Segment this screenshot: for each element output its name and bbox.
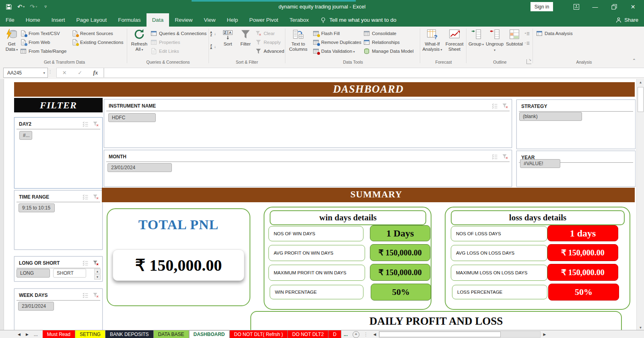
consolidate-button[interactable]: Consolidate bbox=[363, 29, 396, 37]
sheet-nav-left-icon[interactable]: ◀ bbox=[18, 332, 21, 336]
slicer-day2[interactable]: DAY2 #... bbox=[14, 117, 103, 189]
scroll-up-icon[interactable]: ▲ bbox=[637, 79, 644, 86]
text-to-columns-button[interactable]: Text to Columns bbox=[287, 28, 309, 52]
name-box-dropdown-icon[interactable]: ▾ bbox=[43, 71, 47, 75]
group-button[interactable]: Group bbox=[468, 28, 484, 47]
forecast-sheet-button[interactable]: Forecast Sheet bbox=[444, 28, 465, 52]
ungroup-button[interactable]: Ungroup bbox=[485, 28, 504, 53]
multi-select-icon[interactable] bbox=[82, 121, 88, 127]
slicer-item[interactable]: 23/01/2024 bbox=[107, 163, 172, 172]
show-detail-icon[interactable]: ⁺☰ bbox=[524, 30, 530, 38]
slicer-year[interactable]: YEAR #VALUE! bbox=[516, 151, 636, 187]
remove-duplicates-button[interactable]: Remove Duplicates bbox=[313, 38, 361, 46]
scroll-right-icon[interactable]: ▶ bbox=[541, 332, 548, 338]
advanced-filter-button[interactable]: Advanced bbox=[255, 47, 284, 55]
tab-power-pivot[interactable]: Power Pivot bbox=[244, 13, 284, 27]
get-data-button[interactable]: Get Data bbox=[2, 28, 21, 52]
multi-select-icon[interactable] bbox=[82, 260, 88, 266]
insert-function-icon[interactable]: fx bbox=[93, 70, 98, 76]
sheet-tab-dashboard[interactable]: DASHBOARD bbox=[189, 330, 230, 338]
clear-filter-icon[interactable] bbox=[502, 153, 508, 160]
from-text-csv-button[interactable]: From Text/CSV bbox=[20, 29, 60, 37]
formula-input[interactable] bbox=[104, 68, 644, 78]
tell-me-box[interactable]: Tell me what you want to do bbox=[314, 13, 402, 27]
existing-connections-button[interactable]: Existing Connections bbox=[72, 38, 123, 46]
slicer-month[interactable]: MONTH 23/01/2024 bbox=[104, 150, 512, 187]
manage-data-model-button[interactable]: Manage Data Model bbox=[363, 47, 414, 55]
horizontal-scroll-thumb[interactable] bbox=[379, 332, 501, 337]
tab-page-layout[interactable]: Page Layout bbox=[71, 13, 113, 27]
recent-sources-button[interactable]: Recent Sources bbox=[72, 29, 113, 37]
tab-data[interactable]: Data bbox=[147, 13, 169, 27]
multi-select-icon[interactable] bbox=[491, 103, 497, 109]
sheet-tab-must-read[interactable]: Must Read bbox=[43, 330, 75, 338]
sheet-tab-do-not-dlt-refrsh[interactable]: DO NOT DLT( Refrsh ) bbox=[230, 330, 288, 338]
vertical-scrollbar[interactable]: ▲ ▼ bbox=[636, 79, 644, 331]
sheet-tab-bank-deposits[interactable]: BANK DEPOSITS bbox=[105, 330, 154, 338]
clear-filter-icon[interactable] bbox=[93, 260, 99, 266]
slicer-item[interactable]: (blank) bbox=[519, 112, 582, 121]
data-validation-button[interactable]: Data Validation bbox=[313, 47, 355, 55]
tab-review[interactable]: Review bbox=[169, 13, 198, 27]
slicer-instrument-name[interactable]: INSTRUMENT NAME HDFC bbox=[104, 99, 512, 148]
tab-insert[interactable]: Insert bbox=[46, 13, 71, 27]
slicer-item[interactable]: 9:15 to 10:15 bbox=[19, 203, 55, 212]
multi-select-icon[interactable] bbox=[82, 194, 88, 200]
queries-connections-button[interactable]: Queries & Connections bbox=[151, 29, 206, 37]
flash-fill-button[interactable]: Flash Fill bbox=[313, 29, 340, 37]
vertical-scroll-thumb[interactable] bbox=[638, 87, 644, 112]
minimize-icon[interactable]: — bbox=[586, 0, 605, 13]
from-table-range-button[interactable]: From Table/Range bbox=[20, 47, 66, 55]
sheet-more-left[interactable]: ... bbox=[34, 332, 38, 337]
tab-help[interactable]: Help bbox=[221, 13, 244, 27]
tab-terabox[interactable]: Terabox bbox=[284, 13, 314, 27]
sheet-tab-data-base[interactable]: DATA BASE bbox=[154, 330, 189, 338]
scroll-left-icon[interactable]: ◀ bbox=[372, 332, 378, 338]
subtotal-button[interactable]: Subtotal bbox=[505, 28, 524, 47]
outline-dialog-launcher-icon[interactable] bbox=[526, 59, 531, 64]
tab-file[interactable]: File bbox=[0, 13, 20, 27]
clear-filter-icon[interactable] bbox=[93, 194, 99, 200]
horizontal-scrollbar[interactable]: ◀ ▶ bbox=[372, 330, 548, 338]
tabbar-splitter[interactable]: ⋮ bbox=[363, 330, 368, 338]
new-sheet-button[interactable]: + bbox=[353, 330, 359, 338]
horizontal-scroll-track[interactable] bbox=[379, 331, 541, 338]
sign-in-button[interactable]: Sign in bbox=[530, 2, 553, 11]
slicer-item[interactable]: #... bbox=[19, 131, 32, 140]
relationships-button[interactable]: Relationships bbox=[363, 38, 400, 46]
from-web-button[interactable]: From Web bbox=[20, 38, 50, 46]
tab-view[interactable]: View bbox=[198, 13, 221, 27]
sheet-tab-do-not-dlt2[interactable]: DO NOT DLT2 bbox=[288, 330, 328, 338]
slicer-scroll-up-icon[interactable]: ▲ bbox=[94, 269, 101, 274]
sort-ascending-icon[interactable]: AZ↓ bbox=[210, 30, 216, 38]
slicer-week-days[interactable]: WEEK DAYS 23/01/2024 bbox=[14, 288, 103, 330]
clear-filter-icon[interactable] bbox=[502, 103, 508, 109]
slicer-scroll-down-icon[interactable]: ▼ bbox=[94, 274, 101, 280]
cancel-icon[interactable]: ✕ bbox=[62, 70, 67, 76]
multi-select-icon[interactable] bbox=[82, 292, 88, 298]
share-button[interactable]: Share bbox=[615, 13, 638, 27]
slicer-item[interactable]: HDFC bbox=[108, 113, 156, 122]
sheet-tab-setting[interactable]: SETTING bbox=[75, 330, 105, 338]
slicer-item[interactable]: #VALUE! bbox=[520, 159, 560, 168]
sheet-more-right[interactable]: ... bbox=[341, 330, 350, 338]
enter-icon[interactable]: ✓ bbox=[78, 70, 82, 76]
ribbon-display-options-icon[interactable] bbox=[567, 0, 586, 13]
sort-descending-icon[interactable]: ZA↓ bbox=[210, 43, 216, 51]
data-analysis-button[interactable]: Data Analysis bbox=[536, 29, 573, 37]
restore-icon[interactable] bbox=[605, 0, 623, 13]
name-box[interactable]: AA245▾ bbox=[3, 68, 48, 78]
tab-home[interactable]: Home bbox=[20, 13, 46, 27]
tab-formulas[interactable]: Formulas bbox=[112, 13, 146, 27]
refresh-all-button[interactable]: Refresh All bbox=[130, 28, 149, 52]
formula-bar-splitter[interactable]: ⋮ bbox=[48, 69, 52, 75]
slicer-strategy[interactable]: STRATEGY (blank) bbox=[516, 100, 636, 149]
sheet-nav-right-icon[interactable]: ▶ bbox=[26, 332, 29, 336]
filter-button[interactable]: Filter bbox=[237, 28, 254, 47]
collapse-ribbon-icon[interactable]: ⌃ bbox=[632, 58, 636, 63]
slicer-long-or-short[interactable]: LONG OR SHORT LONG SHORT ▲ ▼ bbox=[14, 256, 103, 282]
sort-button[interactable]: Sort bbox=[220, 28, 236, 47]
hide-detail-icon[interactable]: ⁻☰ bbox=[524, 39, 530, 48]
clear-filter-icon[interactable] bbox=[93, 121, 99, 127]
slicer-item[interactable]: 23/01/2024 bbox=[18, 302, 54, 311]
